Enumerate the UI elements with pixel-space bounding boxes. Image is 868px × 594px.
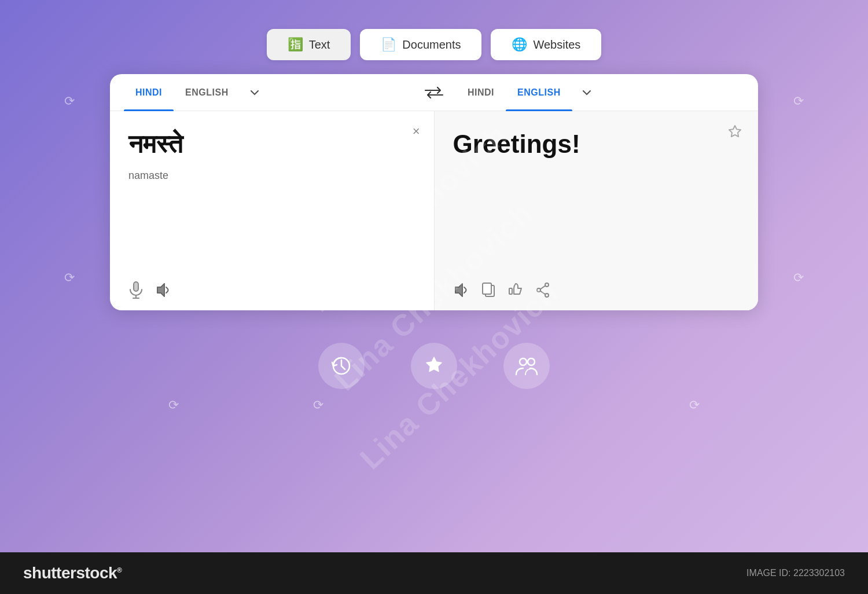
lang-selector-row: HINDI ENGLISH HINDI	[110, 74, 758, 111]
favorite-button[interactable]	[726, 124, 744, 146]
target-speaker-icon	[453, 283, 469, 298]
svg-point-9	[545, 294, 549, 297]
source-romanized: namaste	[128, 170, 415, 182]
footer: shutterstock® IMAGE ID: 2223302103	[0, 552, 868, 594]
tab-websites-label: Websites	[533, 38, 580, 52]
source-panel: नमस्ते namaste ×	[110, 111, 435, 273]
globe-icon: 🌐	[512, 37, 527, 52]
community-icon	[514, 355, 539, 377]
target-panel: Greetings!	[435, 111, 759, 273]
svg-rect-6	[483, 283, 491, 294]
main-container: 🈯 Text 📄 Documents 🌐 Websites HINDI ENGL…	[0, 0, 868, 594]
clear-button[interactable]: ×	[413, 124, 420, 139]
tab-documents[interactable]: 📄 Documents	[360, 29, 481, 60]
source-lang-hindi[interactable]: HINDI	[124, 74, 174, 111]
svg-rect-0	[134, 282, 138, 291]
shutterstock-logo: shutterstock®	[23, 564, 122, 582]
source-input-text[interactable]: नमस्ते	[128, 127, 415, 160]
svg-point-14	[520, 358, 527, 365]
source-audio-button[interactable]	[155, 283, 171, 298]
target-actions	[435, 273, 759, 310]
tabs-row: 🈯 Text 📄 Documents 🌐 Websites	[267, 29, 602, 60]
copy-button[interactable]	[481, 282, 496, 298]
swap-icon	[424, 86, 444, 99]
target-lang-dropdown[interactable]	[572, 74, 601, 111]
svg-rect-7	[509, 288, 512, 294]
history-icon	[330, 354, 353, 377]
svg-point-8	[545, 283, 549, 287]
translator-card: HINDI ENGLISH HINDI	[110, 74, 758, 310]
translated-text: Greetings!	[453, 127, 740, 160]
svg-marker-4	[455, 284, 462, 296]
thumbs-icon	[507, 283, 524, 298]
svg-point-10	[537, 288, 540, 292]
chevron-down-source-icon	[249, 87, 260, 98]
microphone-button[interactable]	[128, 281, 144, 299]
chevron-down-target-icon	[582, 87, 592, 98]
tab-documents-label: Documents	[402, 38, 461, 52]
target-langs: HINDI ENGLISH	[456, 74, 744, 111]
star-outline-icon	[726, 124, 744, 142]
source-lang-english[interactable]: ENGLISH	[174, 74, 240, 111]
share-button[interactable]	[535, 283, 550, 298]
nav-history[interactable]	[318, 343, 365, 389]
share-icon	[535, 283, 550, 298]
star-filled-icon	[423, 355, 445, 376]
tab-websites[interactable]: 🌐 Websites	[491, 29, 601, 60]
target-lang-english[interactable]: ENGLISH	[506, 74, 572, 111]
thumbs-button[interactable]	[507, 283, 524, 298]
svg-marker-3	[157, 284, 164, 296]
document-icon: 📄	[381, 37, 396, 52]
tab-text-label: Text	[309, 38, 330, 52]
svg-line-12	[540, 291, 545, 295]
image-id: IMAGE ID: 2223302103	[746, 568, 845, 578]
copy-icon	[481, 282, 496, 298]
microphone-icon	[128, 281, 144, 299]
panels-bottom	[110, 273, 758, 310]
source-langs: HINDI ENGLISH	[124, 74, 412, 111]
swap-languages-button[interactable]	[419, 78, 449, 108]
translation-area: नमस्ते namaste × Greetings!	[110, 111, 758, 273]
nav-community[interactable]	[503, 343, 550, 389]
source-actions	[110, 273, 435, 310]
source-lang-dropdown[interactable]	[240, 74, 269, 111]
svg-line-11	[540, 286, 545, 289]
text-translate-icon: 🈯	[288, 37, 303, 52]
target-lang-hindi[interactable]: HINDI	[456, 74, 506, 111]
target-audio-button[interactable]	[453, 283, 469, 298]
nav-favorites[interactable]	[411, 343, 457, 389]
bottom-nav	[318, 343, 550, 389]
tab-text[interactable]: 🈯 Text	[267, 29, 351, 60]
svg-point-15	[528, 358, 535, 365]
source-speaker-icon	[155, 283, 171, 298]
